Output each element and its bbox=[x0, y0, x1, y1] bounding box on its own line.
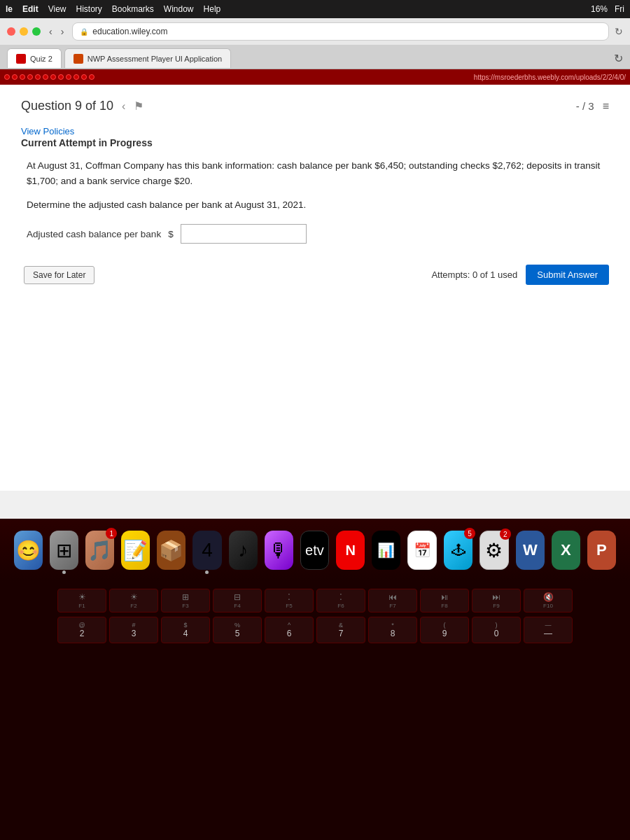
save-later-button[interactable]: Save for Later bbox=[24, 266, 94, 284]
dock-app4[interactable]: ⚙ 2 bbox=[479, 531, 509, 570]
key-2-top: @ bbox=[78, 622, 85, 629]
dock-excel[interactable]: X bbox=[552, 531, 580, 570]
key-dash[interactable]: — — bbox=[524, 617, 573, 643]
menu-edit[interactable]: Edit bbox=[22, 4, 38, 14]
key-f2[interactable]: ☀ F2 bbox=[109, 589, 158, 612]
address-bar[interactable]: 🔒 education.wiley.com bbox=[72, 22, 609, 41]
dock-music[interactable]: ♪ bbox=[229, 531, 258, 570]
tab-quiz2-label: Quiz 2 bbox=[30, 55, 52, 63]
key-0-bottom: 0 bbox=[494, 629, 499, 638]
dock-word[interactable]: W bbox=[516, 531, 545, 570]
dock-powerpoint[interactable]: P bbox=[587, 531, 616, 570]
back-button[interactable]: ‹ bbox=[46, 24, 55, 38]
dock-launchpad[interactable]: ⊞ bbox=[50, 531, 78, 570]
content-area: Question 9 of 10 ‹ ⚑ - / 3 ≡ View Polici… bbox=[0, 85, 630, 519]
keyboard-area: ☀ F1 ☀ F2 ⊞ F3 ⊟ F4 ⁚ F5 ⁚ F6 ⏮ F7 ⏯ F8 bbox=[0, 582, 630, 643]
traffic-lights bbox=[7, 27, 41, 36]
key-6[interactable]: ^ 6 bbox=[265, 617, 314, 643]
dock-podcasts[interactable]: 🎙 bbox=[265, 531, 293, 570]
key-2-bottom: 2 bbox=[80, 629, 85, 638]
dock-app1[interactable]: 🎵 1 bbox=[85, 531, 114, 570]
menu-history[interactable]: History bbox=[76, 4, 102, 14]
key-9[interactable]: ( 9 bbox=[420, 617, 469, 643]
key-9-bottom: 9 bbox=[442, 629, 447, 638]
app2-icon: 📦 bbox=[159, 539, 183, 562]
red-dot-2 bbox=[12, 74, 18, 80]
key-3-top: # bbox=[132, 622, 135, 629]
key-7-bottom: 7 bbox=[339, 629, 344, 638]
f10-label: F10 bbox=[543, 603, 553, 609]
key-6-top: ^ bbox=[288, 622, 290, 629]
dock-arcade[interactable]: 🕹 5 bbox=[444, 531, 472, 570]
f10-icon: 🔇 bbox=[526, 592, 570, 602]
dock-notes[interactable]: 📝 bbox=[121, 531, 150, 570]
forward-button[interactable]: › bbox=[58, 24, 67, 38]
key-f1[interactable]: ☀ F1 bbox=[57, 589, 106, 612]
apple-menu[interactable]: le bbox=[6, 4, 13, 14]
key-f4[interactable]: ⊟ F4 bbox=[213, 589, 262, 612]
dock-dot-launchpad bbox=[62, 570, 66, 574]
red-dot-10 bbox=[74, 74, 79, 80]
menu-bookmarks[interactable]: Bookmarks bbox=[112, 4, 154, 14]
key-3-bottom: 3 bbox=[132, 629, 136, 638]
maximize-window-button[interactable] bbox=[32, 27, 41, 36]
flag-button[interactable]: ⚑ bbox=[134, 99, 144, 113]
f2-label: F2 bbox=[130, 603, 136, 609]
key-2[interactable]: @ 2 bbox=[57, 617, 106, 643]
dock-finder[interactable]: 😊 bbox=[14, 531, 43, 570]
dock: 😊 ⊞ 🎵 1 📝 📦 4 ♪ 🎙 etv N 📊 📅 🕹 5 ⚙ 2 bbox=[0, 519, 630, 582]
key-f5[interactable]: ⁚ F5 bbox=[265, 589, 314, 612]
dock-app2[interactable]: 📦 bbox=[157, 531, 186, 570]
key-0[interactable]: ) 0 bbox=[472, 617, 521, 643]
quiz-container: Question 9 of 10 ‹ ⚑ - / 3 ≡ View Polici… bbox=[0, 85, 630, 491]
view-policies-link[interactable]: View Policies bbox=[21, 126, 74, 136]
decorative-bar: https://msroederbhs.weebly.com/uploads/2… bbox=[0, 69, 630, 85]
key-8[interactable]: * 8 bbox=[368, 617, 417, 643]
dock-calendar[interactable]: 📅 bbox=[407, 531, 437, 570]
tab-favicon-quiz2 bbox=[16, 54, 26, 64]
attempt-label: Current Attempt in Progress bbox=[21, 137, 609, 148]
key-f10[interactable]: 🔇 F10 bbox=[524, 589, 573, 612]
dock-appletv[interactable]: etv bbox=[300, 531, 330, 570]
dock-news[interactable]: N bbox=[336, 531, 365, 570]
f5-icon: ⁚ bbox=[267, 592, 312, 602]
menu-help[interactable]: Help bbox=[204, 4, 221, 14]
key-f9[interactable]: ⏭ F9 bbox=[472, 589, 521, 612]
f4-label: F4 bbox=[234, 603, 240, 609]
f6-icon: ⁚ bbox=[318, 592, 363, 602]
key-f3[interactable]: ⊞ F3 bbox=[161, 589, 210, 612]
key-f8[interactable]: ⏯ F8 bbox=[420, 589, 469, 612]
powerpoint-icon: P bbox=[596, 541, 607, 559]
key-4[interactable]: $ 4 bbox=[161, 617, 210, 643]
key-9-top: ( bbox=[444, 622, 446, 629]
menu-view[interactable]: View bbox=[48, 4, 66, 14]
question-menu-icon[interactable]: ≡ bbox=[603, 100, 609, 113]
lock-icon: 🔒 bbox=[80, 28, 88, 36]
answer-input[interactable] bbox=[181, 224, 307, 244]
key-3[interactable]: # 3 bbox=[109, 617, 158, 643]
refresh-icon[interactable]: ↻ bbox=[615, 26, 623, 37]
question-task: Determine the adjusted cash balance per … bbox=[21, 200, 609, 210]
tab-quiz2[interactable]: Quiz 2 bbox=[7, 48, 62, 68]
tab-nwp[interactable]: NWP Assessment Player UI Application bbox=[64, 48, 231, 68]
day-label: Fri bbox=[615, 4, 624, 14]
key-4-top: $ bbox=[183, 622, 187, 629]
reload-icon[interactable]: ↻ bbox=[614, 52, 623, 65]
stocks-icon: 📊 bbox=[377, 542, 395, 559]
question-header: Question 9 of 10 ‹ ⚑ - / 3 ≡ bbox=[21, 99, 609, 113]
minimize-window-button[interactable] bbox=[20, 27, 28, 36]
prev-question-button[interactable]: ‹ bbox=[122, 100, 125, 113]
key-7[interactable]: & 7 bbox=[316, 617, 365, 643]
tab-favicon-nwp bbox=[74, 54, 83, 64]
key-f7[interactable]: ⏮ F7 bbox=[368, 589, 417, 612]
key-5[interactable]: % 5 bbox=[213, 617, 262, 643]
submit-answer-button[interactable]: Submit Answer bbox=[526, 265, 609, 285]
red-dot-12 bbox=[89, 74, 94, 80]
news-icon: N bbox=[346, 542, 356, 559]
close-window-button[interactable] bbox=[7, 27, 15, 36]
key-4-bottom: 4 bbox=[183, 629, 188, 638]
dock-stocks[interactable]: 📊 bbox=[372, 531, 400, 570]
menu-window[interactable]: Window bbox=[164, 4, 194, 14]
dock-app3[interactable]: 4 bbox=[192, 531, 221, 570]
key-f6[interactable]: ⁚ F6 bbox=[316, 589, 365, 612]
